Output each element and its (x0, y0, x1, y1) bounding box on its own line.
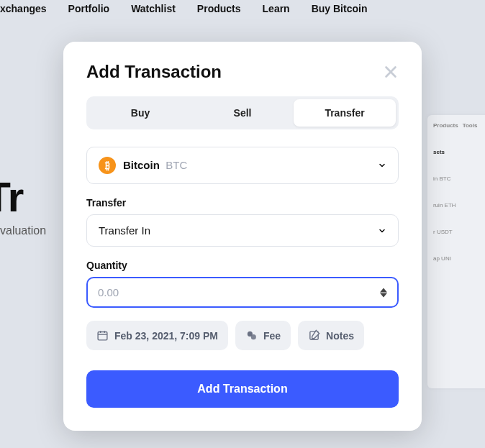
chevron-down-icon (378, 227, 386, 235)
svg-marker-3 (380, 293, 387, 297)
close-icon (383, 64, 399, 80)
transfer-label: Transfer (86, 197, 399, 209)
fee-button[interactable]: Fee (235, 321, 291, 350)
svg-rect-4 (98, 332, 107, 340)
coin-select[interactable]: ₿ Bitcoin BTC (86, 147, 399, 184)
transfer-direction-value: Transfer In (99, 224, 150, 237)
bitcoin-icon: ₿ (99, 157, 116, 174)
stepper-down-icon (380, 293, 387, 298)
quantity-label: Quantity (86, 260, 399, 271)
tab-transfer[interactable]: Transfer (294, 99, 396, 127)
fee-label: Fee (263, 330, 281, 342)
tab-buy[interactable]: Buy (89, 99, 191, 127)
close-button[interactable] (383, 64, 399, 80)
quantity-input[interactable] (98, 286, 380, 298)
tab-sell[interactable]: Sell (191, 99, 294, 127)
add-transaction-button[interactable]: Add Transaction (86, 370, 399, 408)
svg-marker-2 (380, 288, 387, 292)
date-button[interactable]: Feb 23, 2021, 7:09 PM (86, 321, 228, 350)
stepper-up-icon (380, 288, 387, 293)
add-transaction-modal: Add Transaction Buy Sell Transfer ₿ Bitc… (63, 42, 422, 431)
coin-symbol: BTC (166, 159, 187, 171)
notes-icon (308, 329, 320, 342)
svg-point-9 (251, 334, 256, 339)
fee-icon (245, 329, 258, 342)
date-value: Feb 23, 2021, 7:09 PM (114, 330, 218, 342)
chevron-down-icon (378, 161, 386, 170)
notes-button[interactable]: Notes (298, 321, 364, 350)
transaction-type-tabs: Buy Sell Transfer (86, 96, 399, 129)
transfer-direction-select[interactable]: Transfer In (86, 214, 399, 247)
coin-name: Bitcoin (123, 159, 160, 171)
notes-label: Notes (326, 330, 354, 342)
quantity-stepper[interactable] (380, 288, 387, 298)
calendar-icon (96, 329, 109, 342)
quantity-input-wrap (86, 277, 399, 308)
modal-title: Add Transaction (86, 62, 222, 82)
